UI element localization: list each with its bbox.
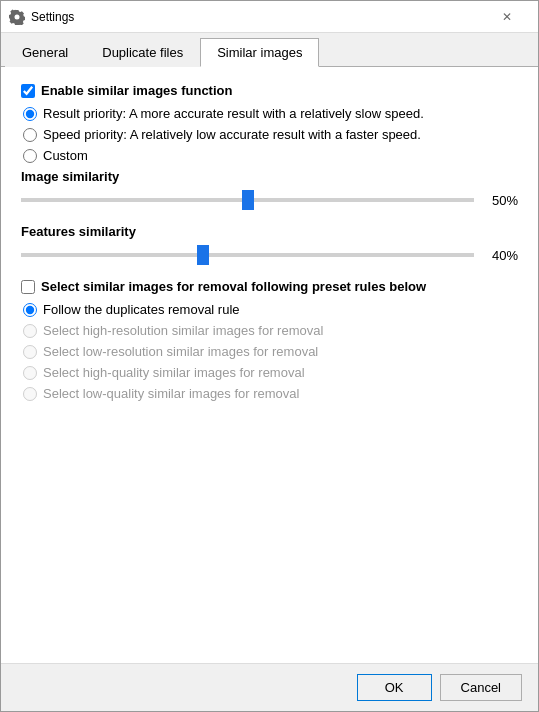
speed-priority-row: Speed priority: A relatively low accurat… bbox=[21, 127, 518, 142]
result-priority-radio[interactable] bbox=[23, 107, 37, 121]
settings-icon bbox=[9, 9, 25, 25]
enable-checkbox-row: Enable similar images function bbox=[21, 83, 518, 98]
preset-label-1: Select high-resolution similar images fo… bbox=[43, 323, 323, 338]
custom-row: Custom bbox=[21, 148, 518, 163]
features-similarity-slider-row: 40% bbox=[21, 245, 518, 265]
custom-radio[interactable] bbox=[23, 149, 37, 163]
preset-checkbox-label[interactable]: Select similar images for removal follow… bbox=[41, 279, 426, 294]
image-similarity-slider-wrapper bbox=[21, 190, 474, 210]
preset-option-3: Select high-quality similar images for r… bbox=[21, 365, 518, 380]
features-similarity-slider[interactable] bbox=[21, 253, 474, 257]
preset-option-0: Follow the duplicates removal rule bbox=[21, 302, 518, 317]
preset-radio-4 bbox=[23, 387, 37, 401]
features-similarity-section: Features similarity 40% bbox=[21, 224, 518, 265]
svg-point-0 bbox=[15, 14, 20, 19]
image-similarity-value: 50% bbox=[482, 193, 518, 208]
title-bar: Settings ✕ bbox=[1, 1, 538, 33]
preset-label-2: Select low-resolution similar images for… bbox=[43, 344, 318, 359]
image-similarity-slider[interactable] bbox=[21, 198, 474, 202]
tab-similar-images[interactable]: Similar images bbox=[200, 38, 319, 67]
preset-radio-0[interactable] bbox=[23, 303, 37, 317]
preset-radio-3 bbox=[23, 366, 37, 380]
tab-bar: General Duplicate files Similar images bbox=[1, 33, 538, 67]
preset-option-4: Select low-quality similar images for re… bbox=[21, 386, 518, 401]
cancel-button[interactable]: Cancel bbox=[440, 674, 522, 701]
preset-label-4: Select low-quality similar images for re… bbox=[43, 386, 299, 401]
enable-similar-label[interactable]: Enable similar images function bbox=[41, 83, 232, 98]
content-panel: Enable similar images function Result pr… bbox=[1, 67, 538, 663]
speed-priority-radio[interactable] bbox=[23, 128, 37, 142]
features-similarity-slider-wrapper bbox=[21, 245, 474, 265]
speed-priority-label[interactable]: Speed priority: A relatively low accurat… bbox=[43, 127, 421, 142]
image-similarity-label: Image similarity bbox=[21, 169, 518, 184]
preset-label-3: Select high-quality similar images for r… bbox=[43, 365, 305, 380]
tab-duplicate-files[interactable]: Duplicate files bbox=[85, 38, 200, 67]
image-similarity-section: Image similarity 50% bbox=[21, 169, 518, 210]
features-similarity-label: Features similarity bbox=[21, 224, 518, 239]
tab-general[interactable]: General bbox=[5, 38, 85, 67]
preset-option-1: Select high-resolution similar images fo… bbox=[21, 323, 518, 338]
enable-similar-checkbox[interactable] bbox=[21, 84, 35, 98]
settings-window: Settings ✕ General Duplicate files Simil… bbox=[0, 0, 539, 712]
result-priority-row: Result priority: A more accurate result … bbox=[21, 106, 518, 121]
preset-checkbox[interactable] bbox=[21, 280, 35, 294]
features-similarity-value: 40% bbox=[482, 248, 518, 263]
preset-label-0[interactable]: Follow the duplicates removal rule bbox=[43, 302, 240, 317]
preset-radio-1 bbox=[23, 324, 37, 338]
result-priority-label[interactable]: Result priority: A more accurate result … bbox=[43, 106, 424, 121]
close-button[interactable]: ✕ bbox=[484, 1, 530, 33]
custom-label[interactable]: Custom bbox=[43, 148, 88, 163]
preset-checkbox-row: Select similar images for removal follow… bbox=[21, 279, 518, 294]
image-similarity-slider-row: 50% bbox=[21, 190, 518, 210]
ok-button[interactable]: OK bbox=[357, 674, 432, 701]
preset-section: Select similar images for removal follow… bbox=[21, 279, 518, 401]
preset-radio-2 bbox=[23, 345, 37, 359]
window-title: Settings bbox=[31, 10, 484, 24]
footer: OK Cancel bbox=[1, 663, 538, 711]
preset-option-2: Select low-resolution similar images for… bbox=[21, 344, 518, 359]
